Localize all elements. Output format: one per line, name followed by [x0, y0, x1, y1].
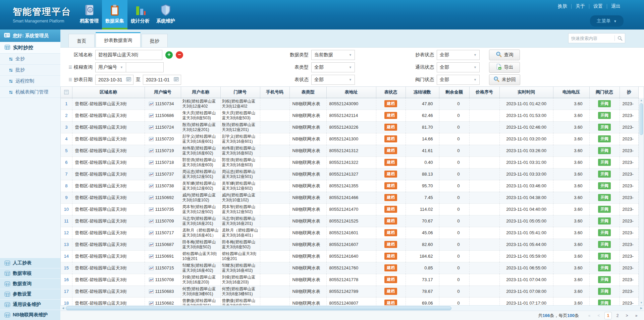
cell-read-time: 2023- — [620, 98, 639, 110]
sidebar-item-data-audit[interactable]: 数据审核 — [0, 268, 60, 278]
table-row[interactable]: 14曾都区-碧桂园翠山蓝天3街11150691碧桂园翠山蓝天3街10座201碧桂… — [61, 250, 639, 262]
vertical-scrollbar[interactable]: ▲ ▼ — [639, 98, 644, 305]
calendar-icon[interactable] — [174, 77, 179, 82]
scroll-left-icon[interactable]: ◀ — [60, 307, 66, 310]
cell-meter-status: 建档 — [376, 274, 406, 285]
table-row[interactable]: 7曾都区-碧桂园翠山蓝天3街11150737周运忠(碧桂园翠山蓝天3街12座50… — [61, 168, 639, 180]
read-status-select[interactable]: 全部▼ — [437, 50, 480, 60]
top-link-settings[interactable]: 设置 — [589, 3, 607, 9]
table-row[interactable]: 18曾都区-碧桂园翠山蓝天3街11150682曾鹏傲(碧桂园翠山蓝天3街8座30… — [61, 297, 639, 305]
sidebar-item-mechanical-valve-manage[interactable]: 机械表阀门管理 — [0, 87, 60, 98]
area-field: + − — [95, 50, 223, 60]
table-row[interactable]: 10曾都区-碧桂园翠山蓝天3街11150735周本智(碧桂园翠山蓝天3街12座5… — [61, 203, 639, 215]
table-row[interactable]: 1曾都区-碧桂园翠山蓝天3街11150734刘权(碧桂园翠山蓝天3街12座402… — [61, 98, 639, 110]
table-row[interactable]: 17曾都区-碧桂园翠山蓝天3街11150683何赟(碧桂园翠山蓝天3街8座3楼6… — [61, 285, 639, 297]
horizontal-scrollbar[interactable]: ◀ ▶ — [60, 305, 644, 311]
date-to-input[interactable]: 2023-11-01 — [143, 75, 181, 85]
quick-search-input[interactable] — [569, 36, 614, 41]
table-row[interactable]: 6曾都区-碧桂园翠山蓝天3街11150718郭世强(碧桂园翠山蓝天3街16座60… — [61, 156, 639, 168]
cell-phone — [260, 262, 289, 274]
meter-status-select[interactable]: 全部▼ — [311, 75, 355, 85]
table-row[interactable]: 8曾都区-碧桂园翠山蓝天3街11150738吴军娜(碧桂园翠山蓝天3街12座60… — [61, 180, 639, 192]
table-row[interactable]: 4曾都区-碧桂园翠山蓝天3街11150720彭学义(碧桂园翠山蓝天3街16座60… — [61, 133, 639, 145]
nav-archive-manage[interactable]: @档案管理 — [76, 0, 102, 29]
cell-price-no — [469, 274, 499, 285]
app-subtitle: Smart Management Platform — [13, 19, 71, 23]
sidebar-item-manual-read[interactable]: 人工抄表 — [0, 258, 60, 268]
pager-page-2[interactable]: 2 — [614, 312, 621, 319]
filter-row-1: 区域名称 + − 数据类型 当前数据▼ 抄表状态 全部▼ — [60, 49, 644, 61]
pager-page-1[interactable]: 1 — [604, 312, 612, 319]
usage-chart-icon — [149, 243, 154, 247]
tab-home[interactable]: 首页 — [68, 34, 95, 47]
status-badge: 建档 — [384, 276, 397, 283]
tab-batch-read[interactable]: 批抄 — [142, 34, 168, 47]
cell-user-no: 11150719 — [145, 145, 181, 156]
sidebar-item-nb-meter-maintain[interactable]: NB物联网表维护 — [0, 310, 60, 320]
cell-region-name: 曾都区-碧桂园翠山蓝天3街 — [72, 285, 145, 297]
sidebar-item-data-query[interactable]: 数据查询 — [0, 278, 60, 289]
nav-data-collect[interactable]: 数据采集 — [102, 0, 127, 29]
cell-balance: 0 — [439, 180, 469, 192]
cell-meter-type: NB物联网水表 — [289, 145, 326, 156]
cell-user-name: 彭学义(碧桂园翠山蓝天3街16座601) — [181, 133, 220, 145]
top-link-skin[interactable]: 换肤 — [554, 3, 571, 9]
sidebar-item-device-maintain[interactable]: 通用设备维护 — [0, 299, 60, 310]
cell-meter-type: NB物联网水表 — [289, 297, 326, 305]
table-row[interactable]: 12曾都区-碧桂园翠山蓝天3街11150717孟秋月（碧桂园翠山蓝天3街16座4… — [61, 227, 639, 239]
cell-user-name: 刘权(碧桂园翠山蓝天3街12座402 — [181, 98, 220, 110]
date-from-input[interactable]: 2023-10-31 — [95, 75, 133, 85]
status-badge: 建档 — [384, 159, 397, 166]
cell-meter-type: NB物联网水表 — [289, 285, 326, 297]
top-link-logout[interactable]: 退出 — [607, 3, 625, 9]
export-button[interactable]: 导出 — [489, 62, 520, 73]
cell-price-no — [469, 180, 499, 192]
area-name-input[interactable] — [95, 50, 162, 60]
main-menu-button[interactable]: 主菜单 ▼ — [590, 15, 624, 27]
nav-system-maintain[interactable]: 系统维护 — [153, 0, 178, 29]
comm-status-select[interactable]: 全部▼ — [437, 62, 480, 72]
cell-door-no: 朱大庆(碧桂园翠山蓝天3街8座503) — [220, 110, 260, 121]
table-row[interactable]: 11曾都区-碧桂园翠山蓝天3街11150709马志华(碧桂园翠山蓝天3街16座2… — [61, 215, 639, 227]
table-row[interactable]: 16曾都区-碧桂园翠山蓝天3街11150708刘俊(碧桂园翠山蓝天3街16座20… — [61, 274, 639, 285]
cell-battery-voltage: 3.60 — [553, 227, 589, 239]
table-row[interactable]: 5曾都区-碧桂园翠山蓝天3街11150719柏伟星(碧桂园翠山蓝天3街16座60… — [61, 145, 639, 156]
scroll-right-icon[interactable]: ▶ — [639, 307, 644, 310]
pager-next-page[interactable]: > — [623, 312, 631, 319]
vertical-scroll-track[interactable] — [639, 135, 644, 300]
sidebar-item-batch-read[interactable]: 批抄 — [0, 65, 60, 76]
add-area-button[interactable]: + — [165, 51, 173, 59]
valve-status-select[interactable]: 全部▼ — [437, 75, 480, 85]
top-link-about[interactable]: 关于 — [572, 3, 589, 9]
fuzzy-field-select[interactable]: 用户编号▼ — [95, 62, 126, 72]
table-row[interactable]: 13曾都区-碧桂园翠山蓝天3街11150687田冬梅(碧桂园翠山蓝天3街8座50… — [61, 239, 639, 250]
horizontal-scroll-thumb[interactable] — [66, 306, 451, 310]
cell-valve-status: 开阀 — [589, 156, 620, 168]
table-row[interactable]: 3曾都区-碧桂园翠山蓝天3街11150724殷浩(碧桂园翠山蓝天3街12座201… — [61, 121, 639, 133]
scroll-down-icon[interactable]: ▼ — [639, 300, 644, 305]
table-row[interactable]: 9曾都区-碧桂园翠山蓝天3街11150692戚尚(碧桂园翠山蓝天3街10座102… — [61, 192, 639, 203]
sidebar-item-param-settings[interactable]: 参数设置 — [0, 289, 60, 299]
column-header-read-time-clipped: 抄 — [620, 87, 639, 98]
scroll-up-icon[interactable]: ▲ — [639, 98, 644, 103]
calendar-icon[interactable] — [126, 77, 131, 82]
search-icon[interactable] — [615, 36, 625, 41]
cell-user-name: 孟秋月（碧桂园翠山蓝天3街16座401） — [181, 227, 220, 239]
fuzzy-query-input[interactable] — [126, 62, 164, 72]
cell-meter-type: NB物联网水表 — [289, 250, 326, 262]
query-button[interactable]: 查询 — [489, 50, 520, 60]
table-row[interactable]: 15曾都区-碧桂园翠山蓝天3街11150715邹耀东(碧桂园翠山蓝天3街16座4… — [61, 262, 639, 274]
cell-meter-type: NB物联网水表 — [289, 203, 326, 215]
sidebar-section-realtime-read[interactable]: 实时抄控 — [0, 42, 60, 54]
tab-meter-data-query[interactable]: 抄表数据查询 — [96, 32, 141, 47]
remove-area-button[interactable]: − — [176, 51, 183, 59]
table-row[interactable]: 2曾都区-碧桂园翠山蓝天3街11150686朱大庆(碧桂园翠山蓝天3街8座503… — [61, 110, 639, 121]
vertical-scroll-thumb[interactable] — [640, 103, 643, 135]
sidebar-item-full-read[interactable]: 全抄 — [0, 54, 60, 65]
unread-button[interactable]: 未抄回 — [489, 74, 520, 85]
pager-last-page[interactable]: » — [633, 312, 640, 319]
data-type-select[interactable]: 当前数据▼ — [311, 50, 355, 60]
meter-type-select[interactable]: 全部▼ — [311, 62, 355, 72]
nav-stats-analysis[interactable]: 统计分析 — [127, 0, 153, 29]
sidebar-item-remote-control[interactable]: 远程控制 — [0, 76, 60, 87]
